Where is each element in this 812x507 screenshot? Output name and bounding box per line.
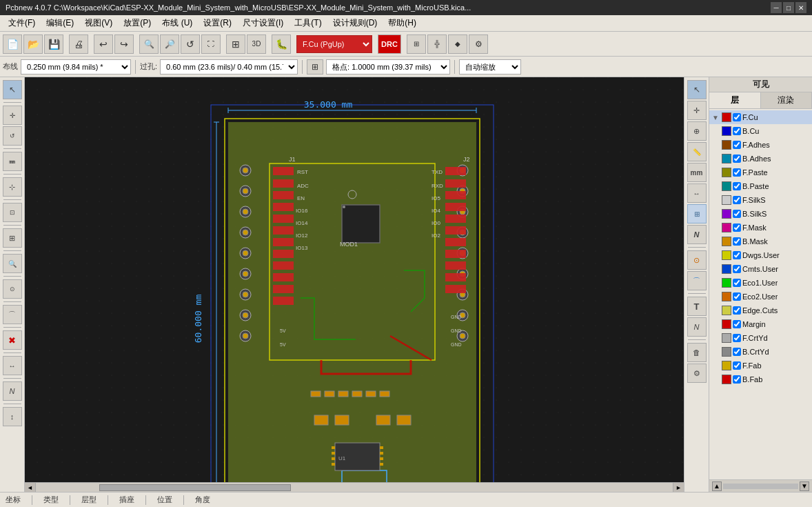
layer-check-eco1-user[interactable] [733, 279, 741, 287]
via-select[interactable]: 0.60 mm (23.6 mils)/ 0.40 mm (15.7 mils)… [160, 59, 298, 74]
layers-scroll-up-btn[interactable]: ▲ [712, 481, 722, 491]
local-coord-btn[interactable]: ↺ [3, 126, 22, 146]
mirror-btn[interactable]: ↔ [3, 356, 22, 375]
layers-scroll-down-btn[interactable]: ▼ [800, 481, 809, 491]
pad-btn[interactable]: ⊞ [407, 34, 426, 54]
menu-item-help[interactable]: 帮助(H) [383, 16, 422, 30]
layer-check-b-silks[interactable] [733, 210, 741, 218]
layer-check-f-fab[interactable] [733, 361, 741, 370]
layer-check-eco2-user[interactable] [733, 292, 741, 301]
h-scrollbar[interactable]: ◄ ► [25, 482, 684, 492]
text-mode-btn[interactable]: T [687, 297, 707, 316]
layer-item-eco2-user[interactable]: Eco2.User [709, 290, 812, 304]
layer-tool-btn[interactable]: ⊙ [3, 279, 22, 299]
menu-item-edit[interactable]: 编辑(E) [41, 16, 79, 30]
layer-item-dwgs-user[interactable]: Dwgs.User [709, 248, 812, 262]
3d-btn[interactable]: 3D [247, 34, 266, 54]
pad-mode-btn[interactable]: ⊕ [687, 121, 707, 141]
flip-mode-btn[interactable]: ↔ [687, 183, 707, 203]
select-mode-btn[interactable]: ↖ [687, 80, 707, 99]
grid-icon-btn[interactable]: ⊞ [307, 59, 323, 74]
menu-item-route[interactable]: 布线 (U) [156, 16, 198, 30]
redo-btn[interactable]: ↪ [114, 34, 134, 54]
layer-item-b-fab[interactable]: B.Fab [709, 372, 812, 386]
arc-mode-btn[interactable]: ⌒ [687, 271, 707, 290]
menu-item-dim[interactable]: 尺寸设置(I) [237, 16, 289, 30]
ratsnest-btn[interactable]: ⊞ [687, 204, 707, 223]
layer-check-b-mask[interactable] [733, 237, 741, 246]
layer-item-f-crtyd[interactable]: F.CrtYd [709, 331, 812, 345]
layer-item-b-mask[interactable]: B.Mask [709, 235, 812, 248]
layer-check-f-cu[interactable] [733, 113, 741, 121]
new-file-btn[interactable]: 📄 [3, 34, 22, 54]
layer-select[interactable]: F.Cu (PgUp) B.Cu (PgDn) [296, 35, 372, 53]
layer-check-f-crtyd[interactable] [733, 334, 741, 342]
move-mode-btn[interactable]: ✛ [687, 101, 707, 120]
layer-item-eco1-user[interactable]: Eco1.User [709, 276, 812, 290]
zoom-in-btn[interactable]: 🔍 [139, 34, 159, 54]
menu-item-file[interactable]: 文件(F) [3, 16, 41, 30]
minimize-btn[interactable]: ─ [771, 2, 782, 13]
layer-item-f-fab[interactable]: F.Fab [709, 359, 812, 372]
highlight-btn[interactable]: ◆ [448, 34, 467, 54]
layer-check-edge-cuts[interactable] [733, 306, 741, 315]
layer-check-cmts-user[interactable] [733, 265, 741, 273]
close-btn[interactable]: ✕ [795, 2, 806, 13]
prop-btn[interactable]: ⚙ [687, 364, 707, 383]
via-mode-btn[interactable]: ⊙ [687, 250, 707, 270]
trash-btn[interactable]: 🗑 [687, 343, 707, 362]
layer-check-f-mask[interactable] [733, 223, 741, 232]
select-tool-btn[interactable]: ↖ [3, 80, 22, 99]
layer-item-b-paste[interactable]: B.Paste [709, 179, 812, 193]
tab-layer[interactable]: 层 [709, 92, 761, 108]
layer-check-f-paste[interactable] [733, 168, 741, 177]
menu-item-design[interactable]: 设计规则(D) [327, 16, 383, 30]
layer-check-f-silks[interactable] [733, 196, 741, 204]
fit-btn[interactable]: ⛶ [201, 34, 221, 54]
inspect-btn[interactable]: 🔍 [3, 254, 22, 273]
layer-item-f-adhes[interactable]: F.Adhes [709, 138, 812, 152]
grid-select[interactable]: 格点: 1.0000 mm (39.37 mils) [326, 59, 450, 74]
zoom-out-btn[interactable]: 🔎 [160, 34, 179, 54]
zoom-select[interactable]: 自动缩放 [459, 59, 521, 74]
layer-check-b-adhes[interactable] [733, 155, 741, 163]
layer-check-b-paste[interactable] [733, 182, 741, 190]
pad-tool-btn[interactable]: ⊡ [3, 203, 22, 222]
save-file-btn[interactable]: 💾 [44, 34, 63, 54]
module-btn[interactable]: ⊞ [3, 228, 22, 248]
delete-tool-btn[interactable]: ✖ [3, 330, 22, 350]
layer-item-b-silks[interactable]: B.SilkS [709, 207, 812, 221]
canvas-area[interactable]: 35.000 mm 60.000 mm [25, 77, 684, 492]
layer-item-f-silks[interactable]: F.SilkS [709, 193, 812, 207]
menu-item-view[interactable]: 视图(V) [79, 16, 118, 30]
n3-btn[interactable]: N [687, 317, 707, 337]
layer-item-f-paste[interactable]: F.Paste [709, 166, 812, 179]
layer-item-cmts-user[interactable]: Cmts.User [709, 262, 812, 276]
layer-check-margin[interactable] [733, 320, 741, 328]
layer-check-b-crtyd[interactable] [733, 348, 741, 356]
layer-check-b-fab[interactable] [733, 375, 741, 384]
cross-btn[interactable]: ✛ [3, 106, 22, 125]
undo-btn[interactable]: ↩ [94, 34, 113, 54]
h-scrollthumb[interactable] [99, 484, 290, 491]
grid-btn[interactable]: ⊞ [226, 34, 245, 54]
maximize-btn[interactable]: □ [783, 2, 794, 13]
layer-item-b-crtyd[interactable]: B.CrtYd [709, 345, 812, 359]
layer-item-edge-cuts[interactable]: Edge.Cuts [709, 304, 812, 317]
cursor-btn[interactable]: ⊹ [3, 177, 22, 197]
n-mode-btn[interactable]: N [687, 225, 707, 244]
router-btn[interactable]: ╬ [427, 34, 447, 54]
layers-vscroll-thumb[interactable] [723, 484, 798, 489]
print-btn[interactable]: 🖨 [69, 34, 88, 54]
layer-check-f-adhes[interactable] [733, 141, 741, 149]
menu-item-place[interactable]: 放置(P) [118, 16, 156, 30]
drc-btn[interactable]: DRC [378, 34, 401, 54]
mm-btn[interactable]: ㎜ [3, 152, 22, 171]
menu-item-tools[interactable]: 工具(T) [289, 16, 327, 30]
open-file-btn[interactable]: 📂 [23, 34, 43, 54]
tab-render[interactable]: 渲染 [761, 92, 813, 108]
n-btn[interactable]: N [3, 381, 22, 401]
arc-tool-btn[interactable]: ⌒ [3, 305, 22, 324]
layer-check-b-cu[interactable] [733, 127, 741, 135]
gear-btn[interactable]: ⚙ [469, 34, 488, 54]
